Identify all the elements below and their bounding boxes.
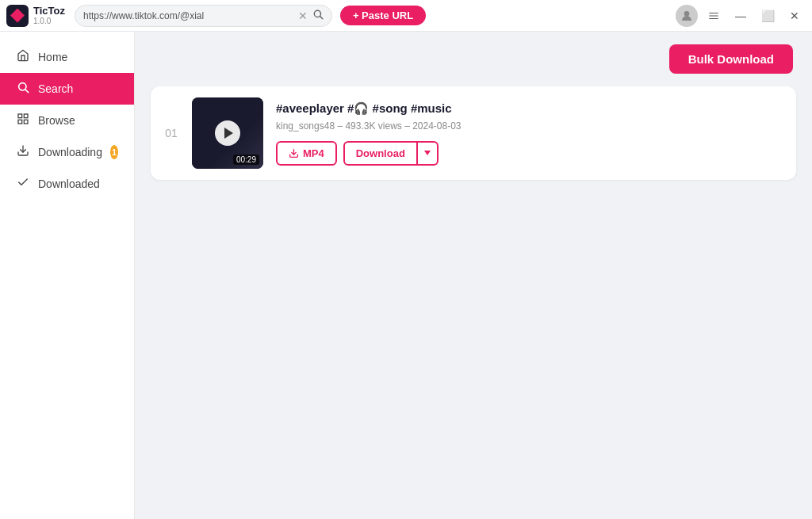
menu-button[interactable]: [703, 5, 725, 27]
svg-rect-8: [18, 114, 22, 118]
sidebar-item-downloaded[interactable]: Downloaded: [0, 168, 134, 200]
video-author: king_songs48: [276, 120, 335, 132]
video-meta-separator2: –: [404, 120, 412, 132]
video-views: 493.3K views: [345, 120, 401, 132]
home-icon: [16, 49, 30, 65]
play-button[interactable]: [215, 120, 240, 146]
app-version: 1.0.0: [33, 17, 65, 25]
content-header: Bulk Download: [135, 32, 812, 86]
svg-rect-11: [24, 120, 28, 124]
svg-rect-9: [24, 114, 28, 118]
video-thumbnail: 00:29: [192, 97, 263, 169]
main-layout: Home Search Browse Downloading 1 D: [0, 32, 812, 519]
chevron-down-icon: [424, 151, 431, 155]
video-card: 01 00:29 #aveeplayer #🎧 #song #music kin…: [151, 86, 796, 180]
sidebar-item-home-label: Home: [38, 51, 67, 63]
url-clear-icon[interactable]: ✕: [298, 10, 308, 21]
svg-point-2: [684, 11, 690, 17]
svg-line-1: [320, 17, 323, 19]
downloading-icon: [16, 144, 30, 160]
video-meta: king_songs48 – 493.3K views – 2024-08-03: [276, 120, 783, 132]
titlebar: TicToz 1.0.0 https://www.tiktok.com/@xia…: [0, 0, 812, 32]
mp4-label: MP4: [303, 147, 324, 159]
sidebar-item-search-label: Search: [38, 82, 73, 95]
sidebar-item-search[interactable]: Search: [0, 73, 134, 105]
close-button[interactable]: ✕: [783, 5, 806, 27]
window-controls: — ⬜ ✕: [676, 5, 806, 27]
video-actions: MP4 Download: [276, 141, 783, 166]
sidebar: Home Search Browse Downloading 1 D: [0, 32, 135, 519]
url-text: https://www.tiktok.com/@xial: [83, 10, 293, 21]
downloading-badge: 1: [110, 145, 118, 159]
video-duration: 00:29: [233, 155, 259, 165]
app-logo: TicToz 1.0.0: [6, 5, 65, 27]
url-bar[interactable]: https://www.tiktok.com/@xial ✕: [75, 5, 332, 27]
sidebar-item-browse-label: Browse: [38, 114, 75, 127]
download-main-button[interactable]: Download: [345, 143, 416, 164]
download-dropdown-button[interactable]: [416, 143, 437, 164]
bulk-download-button[interactable]: Bulk Download: [669, 44, 793, 74]
video-date: 2024-08-03: [412, 120, 461, 132]
app-name: TicToz: [33, 6, 65, 16]
minimize-button[interactable]: —: [730, 5, 752, 27]
sidebar-item-downloading-label: Downloading: [38, 146, 102, 158]
svg-line-7: [25, 90, 29, 93]
browse-icon: [16, 113, 30, 128]
sidebar-item-home[interactable]: Home: [0, 41, 134, 73]
video-list: 01 00:29 #aveeplayer #🎧 #song #music kin…: [135, 86, 812, 519]
search-icon: [16, 81, 30, 97]
sidebar-item-browse[interactable]: Browse: [0, 105, 134, 136]
mp4-button[interactable]: MP4: [276, 141, 337, 166]
video-meta-separator1: –: [337, 120, 345, 132]
video-index: 01: [163, 127, 179, 139]
profile-avatar[interactable]: [676, 5, 698, 27]
play-icon: [224, 128, 233, 139]
logo-icon: [6, 5, 29, 27]
app-name-group: TicToz 1.0.0: [33, 6, 65, 25]
sidebar-item-downloaded-label: Downloaded: [38, 177, 100, 190]
paste-url-button[interactable]: + Paste URL: [340, 6, 426, 25]
maximize-button[interactable]: ⬜: [756, 5, 779, 27]
download-split-button: Download: [343, 141, 439, 166]
svg-rect-10: [18, 120, 22, 124]
url-search-icon[interactable]: [312, 9, 324, 22]
sidebar-item-downloading[interactable]: Downloading 1: [0, 136, 134, 168]
content-area: Bulk Download 01 00:29 #aveeplayer #🎧 #s…: [135, 32, 812, 519]
video-info: #aveeplayer #🎧 #song #music king_songs48…: [276, 101, 783, 166]
video-title: #aveeplayer #🎧 #song #music: [276, 101, 783, 116]
downloaded-icon: [16, 176, 30, 192]
